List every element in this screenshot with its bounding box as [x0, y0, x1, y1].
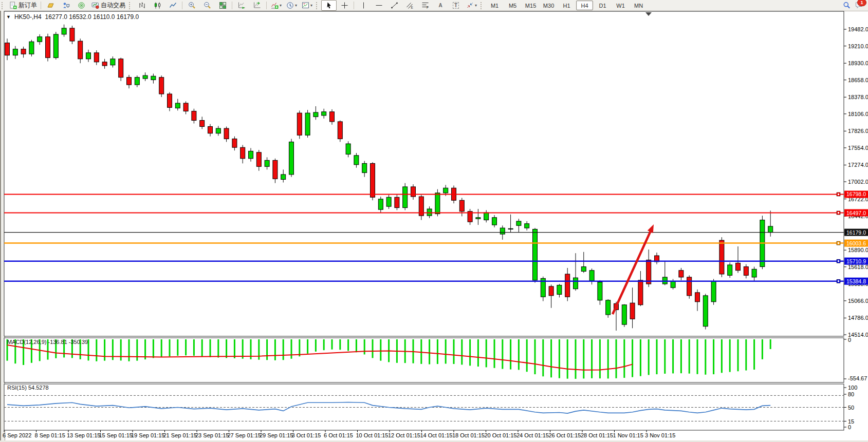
svg-text:27 Sep 01:15: 27 Sep 01:15 — [228, 432, 261, 438]
svg-text:24 Oct 01:15: 24 Oct 01:15 — [516, 432, 549, 438]
mt4-window: 新订单 自动交易 ▾ ▾ ▾ E F A T — [0, 0, 868, 442]
macd-label: MACD(12,26,9) -136.81 -350.39 — [7, 339, 88, 345]
svg-text:19210.0: 19210.0 — [848, 43, 868, 49]
legend-symbol-period: HK50-,H4 — [14, 13, 42, 21]
svg-text:0: 0 — [848, 337, 851, 343]
svg-text:28 Oct 01:15: 28 Oct 01:15 — [581, 432, 613, 438]
svg-text:12 Oct 01:15: 12 Oct 01:15 — [388, 432, 420, 438]
svg-text:15: 15 — [848, 418, 854, 425]
svg-text:18658.0: 18658.0 — [848, 77, 868, 83]
svg-text:17002.0: 17002.0 — [848, 179, 868, 185]
svg-text:8 Sep 01:15: 8 Sep 01:15 — [35, 432, 65, 438]
svg-text:29 Sep 01:15: 29 Sep 01:15 — [260, 432, 293, 438]
svg-text:6 Sep 2022: 6 Sep 2022 — [3, 432, 31, 438]
svg-text:14 Oct 01:15: 14 Oct 01:15 — [420, 432, 453, 438]
svg-text:15384.8: 15384.8 — [846, 278, 866, 284]
svg-text:10 Oct 01:15: 10 Oct 01:15 — [356, 432, 389, 438]
svg-text:15 Sep 01:15: 15 Sep 01:15 — [99, 432, 133, 438]
svg-text:16497.0: 16497.0 — [846, 210, 866, 216]
svg-text:17274.0: 17274.0 — [848, 162, 868, 168]
svg-text:0: 0 — [848, 424, 851, 430]
svg-text:20 Oct 01:15: 20 Oct 01:15 — [485, 432, 517, 438]
svg-text:50: 50 — [848, 405, 854, 411]
svg-text:18378.0: 18378.0 — [848, 94, 868, 100]
svg-text:19482.0: 19482.0 — [848, 26, 868, 32]
svg-text:3 Oct 01:15: 3 Oct 01:15 — [292, 432, 321, 438]
svg-text:17826.0: 17826.0 — [848, 128, 868, 134]
svg-text:100: 100 — [848, 385, 857, 391]
legend-triangle-icon: ▼ — [6, 14, 11, 20]
svg-text:23 Sep 01:15: 23 Sep 01:15 — [195, 432, 229, 438]
svg-text:18 Oct 01:15: 18 Oct 01:15 — [452, 432, 485, 438]
svg-text:80: 80 — [848, 391, 854, 397]
svg-text:18930.0: 18930.0 — [848, 60, 868, 66]
svg-text:21 Sep 01:15: 21 Sep 01:15 — [163, 432, 197, 438]
svg-text:-554.67: -554.67 — [848, 375, 867, 381]
svg-text:26 Oct 01:15: 26 Oct 01:15 — [549, 432, 581, 438]
svg-text:16003.6: 16003.6 — [846, 240, 866, 246]
svg-text:16179.0: 16179.0 — [846, 229, 866, 236]
svg-text:16798.0: 16798.0 — [846, 191, 866, 197]
svg-text:15710.9: 15710.9 — [846, 258, 866, 264]
rsi-label: RSI(15) 54.5278 — [7, 385, 49, 391]
svg-text:6 Oct 01:15: 6 Oct 01:15 — [324, 432, 353, 438]
svg-text:13 Sep 01:15: 13 Sep 01:15 — [67, 432, 100, 438]
svg-text:15066.0: 15066.0 — [848, 298, 868, 304]
svg-text:17554.0: 17554.0 — [848, 145, 868, 151]
svg-text:18106.0: 18106.0 — [848, 111, 868, 117]
chart-legend: ▼ HK50-,H4 16277.0 16532.0 16110.0 16179… — [6, 13, 139, 21]
svg-text:3 Nov 01:15: 3 Nov 01:15 — [645, 432, 675, 438]
legend-ohlc: 16277.0 16532.0 16110.0 16179.0 — [45, 13, 139, 21]
svg-text:15890.0: 15890.0 — [848, 247, 868, 253]
svg-text:19 Sep 01:15: 19 Sep 01:15 — [131, 432, 164, 438]
svg-text:14786.0: 14786.0 — [848, 315, 868, 321]
chart-canvas[interactable]: 19482.019210.018930.018658.018378.018106… — [0, 0, 868, 442]
svg-text:1 Nov 01:15: 1 Nov 01:15 — [613, 432, 643, 438]
